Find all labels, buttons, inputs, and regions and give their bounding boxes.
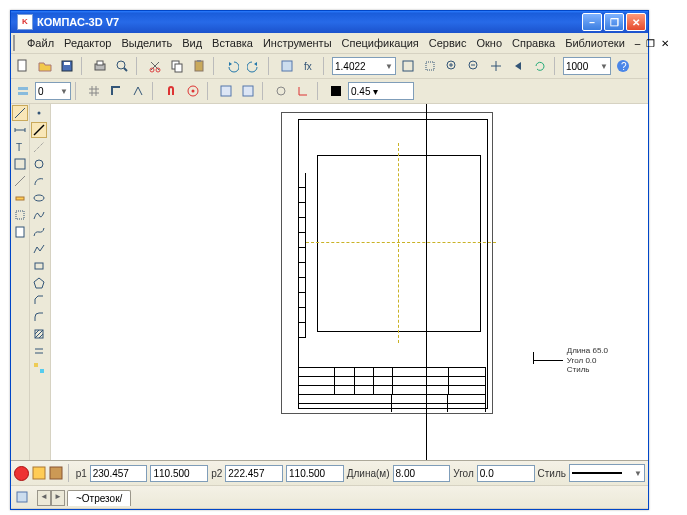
drawing-canvas[interactable]: Длина 65.0 Угол 0.0 Стиль: [51, 104, 648, 460]
length-input[interactable]: [393, 465, 451, 482]
doc-close-button[interactable]: ✕: [661, 38, 669, 49]
rect-button[interactable]: [31, 258, 47, 274]
copy-button[interactable]: [167, 56, 187, 76]
line-style-combo[interactable]: ▼: [569, 464, 645, 482]
svg-text:?: ?: [621, 61, 627, 72]
linestyle-combo[interactable]: 0.45 ▾: [348, 82, 414, 100]
param-button[interactable]: [216, 81, 236, 101]
collect-button[interactable]: [31, 360, 47, 376]
geometry-panel-button[interactable]: [12, 105, 28, 121]
menu-libs[interactable]: Библиотеки: [565, 37, 625, 49]
doc-restore-button[interactable]: ❐: [646, 38, 655, 49]
open-button[interactable]: [35, 56, 55, 76]
zoom-combo[interactable]: 1.4022▼: [332, 57, 396, 75]
print-button[interactable]: [90, 56, 110, 76]
refresh-button[interactable]: [530, 56, 550, 76]
polyline-button[interactable]: [31, 241, 47, 257]
scale-combo[interactable]: 1000▼: [563, 57, 611, 75]
hatch-button[interactable]: [31, 326, 47, 342]
aux-line-button[interactable]: [31, 139, 47, 155]
arc-button[interactable]: [31, 173, 47, 189]
polygon-button[interactable]: [31, 275, 47, 291]
new-button[interactable]: [13, 56, 33, 76]
angle-input[interactable]: [477, 465, 535, 482]
spline-button[interactable]: [31, 207, 47, 223]
redo-button[interactable]: [244, 56, 264, 76]
cut-button[interactable]: [145, 56, 165, 76]
param2-button[interactable]: [238, 81, 258, 101]
grid-button[interactable]: [84, 81, 104, 101]
spec-panel-button[interactable]: [12, 224, 28, 240]
y1-input[interactable]: [150, 465, 208, 482]
layer-state-button[interactable]: [13, 81, 33, 101]
auto-create-button[interactable]: [49, 465, 63, 481]
tab-segment[interactable]: ~ Отрезок /: [67, 490, 131, 506]
save-button[interactable]: [57, 56, 77, 76]
color-button[interactable]: [326, 81, 346, 101]
local-cs-button[interactable]: [293, 81, 313, 101]
pan-button[interactable]: [486, 56, 506, 76]
menu-file[interactable]: Файл: [27, 37, 54, 49]
zoom-in-button[interactable]: [442, 56, 462, 76]
variables-button[interactable]: fx: [299, 56, 319, 76]
preview-button[interactable]: [112, 56, 132, 76]
tab-scroll-left[interactable]: ◄: [37, 490, 51, 506]
edit-panel-button[interactable]: [12, 156, 28, 172]
zoom-window-button[interactable]: [420, 56, 440, 76]
line-button[interactable]: [31, 122, 47, 138]
circle-button[interactable]: [31, 156, 47, 172]
doc-minimize-button[interactable]: –: [635, 38, 641, 49]
snap-button[interactable]: [161, 81, 181, 101]
equidistant-button[interactable]: [31, 343, 47, 359]
layer-combo[interactable]: 0▼: [35, 82, 71, 100]
fillet-button[interactable]: [31, 309, 47, 325]
title-bar[interactable]: K КОМПАС-3D V7 – ❐ ✕: [11, 11, 648, 33]
undo-button[interactable]: [222, 56, 242, 76]
app-icon: K: [17, 14, 33, 30]
x2-input[interactable]: [225, 465, 283, 482]
round-button[interactable]: [271, 81, 291, 101]
chevron-down-icon: ▼: [600, 62, 608, 71]
select-panel-button[interactable]: [12, 207, 28, 223]
param-panel-button[interactable]: [12, 173, 28, 189]
chamfer-button[interactable]: [31, 292, 47, 308]
snap-config-button[interactable]: [183, 81, 203, 101]
stop-command-button[interactable]: [14, 465, 29, 481]
dimensions-panel-button[interactable]: [12, 122, 28, 138]
paste-button[interactable]: [189, 56, 209, 76]
manager-button[interactable]: [277, 56, 297, 76]
menu-window[interactable]: Окно: [476, 37, 502, 49]
tab-scroll-right[interactable]: ►: [51, 490, 65, 506]
coords-button[interactable]: [128, 81, 148, 101]
zoom-prev-button[interactable]: [508, 56, 528, 76]
window-minimize-button[interactable]: –: [582, 13, 602, 31]
menu-insert[interactable]: Вставка: [212, 37, 253, 49]
ellipse-button[interactable]: [31, 190, 47, 206]
menu-spec[interactable]: Спецификация: [342, 37, 419, 49]
ortho-button[interactable]: [106, 81, 126, 101]
window-close-button[interactable]: ✕: [626, 13, 646, 31]
app-window: K КОМПАС-3D V7 – ❐ ✕ Файл Редактор Выдел…: [10, 10, 649, 510]
panel-toggle-button[interactable]: [14, 489, 30, 505]
menu-help[interactable]: Справка: [512, 37, 555, 49]
text-panel-button[interactable]: T: [12, 139, 28, 155]
svg-point-27: [192, 90, 195, 93]
menu-tools[interactable]: Инструменты: [263, 37, 332, 49]
point-button[interactable]: [31, 105, 47, 121]
create-object-button[interactable]: [32, 465, 46, 481]
svg-rect-40: [16, 227, 24, 237]
window-maximize-button[interactable]: ❐: [604, 13, 624, 31]
measure-panel-button[interactable]: [12, 190, 28, 206]
menu-select[interactable]: Выделить: [121, 37, 172, 49]
window-title: КОМПАС-3D V7: [37, 16, 582, 28]
x1-input[interactable]: [90, 465, 148, 482]
bezier-button[interactable]: [31, 224, 47, 240]
menu-service[interactable]: Сервис: [429, 37, 467, 49]
zoom-fit-button[interactable]: [398, 56, 418, 76]
y2-input[interactable]: [286, 465, 344, 482]
zoom-out-button[interactable]: [464, 56, 484, 76]
axis-vertical: [398, 143, 399, 343]
menu-view[interactable]: Вид: [182, 37, 202, 49]
menu-editor[interactable]: Редактор: [64, 37, 111, 49]
help-button[interactable]: ?: [613, 56, 633, 76]
